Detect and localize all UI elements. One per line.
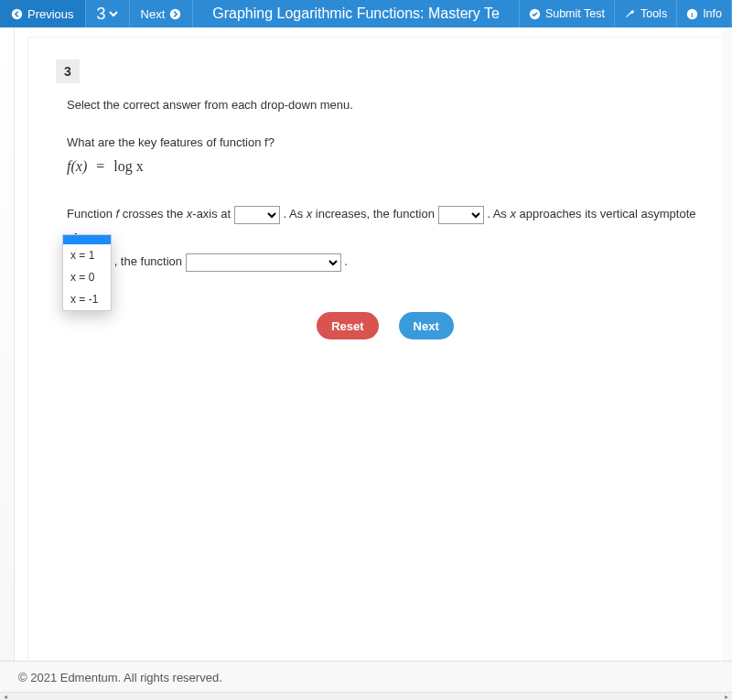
cloze-text: increases, the function [312, 207, 437, 221]
tools-label: Tools [640, 7, 667, 20]
info-button[interactable]: i Info [676, 0, 732, 27]
svg-point-1 [170, 8, 180, 18]
scroll-right-arrow-icon[interactable]: ▸ [721, 693, 732, 700]
svg-text:i: i [692, 10, 694, 18]
action-row: Reset Next [67, 312, 704, 339]
cloze-text: -axis at [192, 207, 234, 221]
cloze-text: . As [283, 207, 306, 221]
dropdown-option-x-neg1[interactable]: x = -1 [63, 288, 111, 310]
reset-button[interactable]: Reset [317, 312, 378, 339]
asymptote-behavior-select[interactable] [186, 253, 341, 272]
increase-behavior-select[interactable] [438, 206, 484, 224]
footer: © 2021 Edmentum. All rights reserved. ◂ … [0, 661, 732, 700]
prompt-span: What are the key features of function f? [67, 135, 274, 149]
next-button[interactable]: Next [399, 312, 454, 339]
question-badge: 3 [56, 59, 80, 83]
instruction-text: Select the correct answer from each drop… [67, 98, 704, 112]
cloze-text: , the function [114, 254, 186, 268]
formula: f(x) = log x [67, 158, 704, 175]
prompt-text: What are the key features of function f? [67, 135, 704, 149]
chevron-down-icon [109, 9, 118, 18]
cloze-text: crosses the [119, 207, 187, 221]
svg-point-0 [12, 8, 22, 18]
tools-button[interactable]: Tools [614, 0, 676, 27]
copyright-text: © 2021 Edmentum. All rights reserved. [18, 671, 222, 684]
dropdown-option-blank[interactable] [63, 235, 111, 244]
question-number: 3 [97, 5, 106, 24]
question-body: Select the correct answer from each drop… [67, 98, 704, 339]
next-button-top[interactable]: Next [130, 0, 194, 27]
cloze-text: Function [67, 207, 115, 221]
next-label-top: Next [141, 7, 166, 21]
question-card: 3 Select the correct answer from each dr… [27, 37, 722, 661]
formula-rhs: log x [113, 158, 143, 174]
submit-test-label: Submit Test [545, 7, 605, 20]
formula-lhs: f(x) [67, 158, 87, 174]
arrow-left-icon [11, 8, 23, 20]
submit-test-button[interactable]: Submit Test [519, 0, 614, 27]
cloze-sentence: Function f crosses the x-axis at . As x … [67, 202, 704, 274]
previous-label: Previous [27, 7, 74, 21]
dropdown-option-x-1[interactable]: x = 1 [63, 244, 111, 266]
cloze-text: . [344, 254, 348, 268]
right-gutter [722, 27, 732, 661]
horizontal-scrollbar[interactable]: ◂ ▸ [0, 692, 732, 700]
info-label: Info [703, 7, 722, 20]
cloze-text: . As [487, 207, 510, 221]
x-intercept-select[interactable] [234, 206, 280, 224]
asymptote-value-select-menu: x = 1 x = 0 x = -1 [62, 234, 112, 311]
page-title: Graphing Logarithmic Functions: Mastery … [193, 0, 519, 27]
scroll-left-arrow-icon[interactable]: ◂ [0, 693, 11, 700]
left-gutter [0, 27, 15, 661]
content-stage: 3 Select the correct answer from each dr… [15, 27, 722, 661]
top-toolbar: Previous 3 Next Graphing Logarithmic Fun… [0, 0, 732, 27]
wrench-icon [624, 8, 636, 20]
previous-button[interactable]: Previous [0, 0, 86, 27]
check-circle-icon [529, 8, 541, 20]
dropdown-option-x-0[interactable]: x = 0 [63, 266, 111, 288]
question-selector[interactable]: 3 [86, 0, 130, 27]
formula-eq: = [91, 158, 110, 174]
info-icon: i [686, 8, 698, 20]
arrow-right-icon [169, 8, 181, 20]
